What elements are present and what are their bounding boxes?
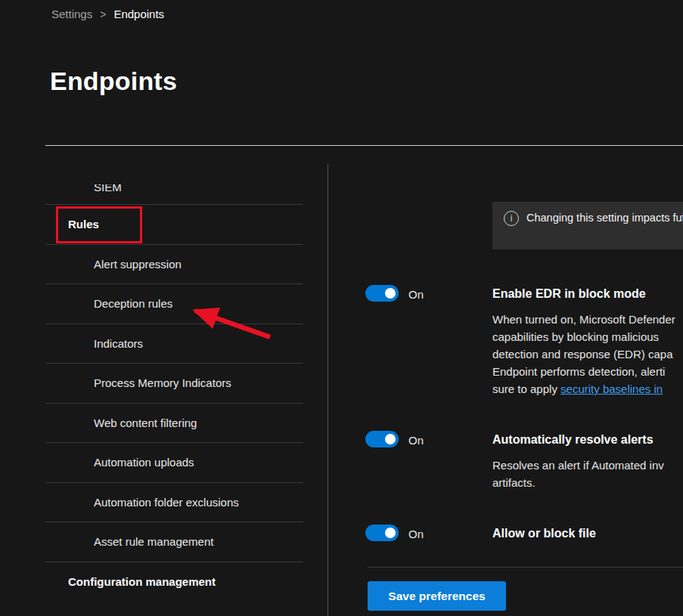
sidebar-item-label: Alert suppression [94,258,182,271]
sidebar-item-web-content-filtering[interactable]: Web content filtering [45,404,303,444]
description-line: capabilities by blocking malicious [492,328,683,345]
edr-toggle-state: On [408,288,424,301]
description-line: artifacts. [492,474,683,491]
allow-block-file-toggle[interactable] [365,525,399,541]
sidebar-section-label: Rules [68,218,99,231]
info-icon: i [504,211,519,226]
toggle-knob [385,434,396,444]
description-line: detection and response (EDR) capa [492,345,683,363]
edr-setting-description: When turned on, Microsoft Defender capab… [492,311,683,398]
sidebar-item-deception-rules[interactable]: Deception rules [45,284,303,324]
info-banner: i Changing this setting impacts future [492,202,683,249]
info-banner-text: Changing this setting impacts future [526,211,683,225]
description-line: Resolves an alert if Automated inv [492,457,683,474]
footer-divider [368,567,683,568]
sidebar-item-label: Automation uploads [94,456,194,469]
edr-block-mode-toggle[interactable] [365,285,399,302]
sidebar-item-automation-uploads[interactable]: Automation uploads [45,443,303,483]
endpoints-settings-page: Settings > Endpoints Endpoints SIEM Rule… [0,0,683,616]
sidebar-item-label: Deception rules [94,297,172,310]
sidebar-section-rules[interactable]: Rules [45,205,303,245]
sidebar-item-indicators[interactable]: Indicators [45,324,303,364]
sidebar-section-configuration-management[interactable]: Configuration management [45,562,303,602]
description-line: When turned on, Microsoft Defender [492,311,683,328]
sidebar-item-process-memory-indicators[interactable]: Process Memory Indicators [45,364,303,404]
description-line: Endpoint performs detection, alerti [492,363,683,380]
toggle-knob [385,288,396,299]
sidebar-item-label: Automation folder exclusions [94,496,239,509]
allow-block-setting-title: Allow or block file [492,527,683,540]
auto-resolve-toggle-state: On [408,434,424,447]
sidebar-item-label: Web content filtering [94,416,197,429]
sidebar-item-label: SIEM [94,184,303,193]
sidebar-section-label: Configuration management [68,575,216,588]
auto-resolve-setting-title: Automatically resolve alerts [492,433,683,447]
sidebar-item-alert-suppression[interactable]: Alert suppression [45,245,303,285]
sidebar-item-automation-folder-exclusions[interactable]: Automation folder exclusions [45,483,303,523]
toggle-knob [385,528,396,538]
chevron-right-icon: > [100,8,106,20]
sidebar-content-divider [328,164,328,616]
sidebar-item-label: Process Memory Indicators [94,376,231,389]
settings-nav-sidebar: SIEM Rules Alert suppression Deception r… [45,164,303,602]
sidebar-item-label: Asset rule management [94,535,213,548]
description-line-prefix: sure to apply [492,382,560,395]
security-baselines-link[interactable]: security baselines in [560,382,663,395]
allow-block-toggle-state: On [408,528,424,540]
breadcrumb-current: Endpoints [113,8,164,20]
auto-resolve-setting-description: Resolves an alert if Automated inv artif… [492,457,683,491]
breadcrumb: Settings > Endpoints [51,8,164,20]
description-line: sure to apply security baselines in [492,380,683,398]
sidebar-top-spacer [45,164,303,184]
page-title: Endpoints [50,67,177,96]
edr-setting-title: Enable EDR in block mode [492,287,683,301]
breadcrumb-settings-link[interactable]: Settings [51,8,92,20]
header-rule [45,145,683,146]
save-preferences-button[interactable]: Save preferences [368,581,506,611]
sidebar-item-asset-rule-management[interactable]: Asset rule management [45,522,303,562]
sidebar-item-label: Indicators [94,337,143,350]
auto-resolve-alerts-toggle[interactable] [365,431,399,447]
sidebar-item-siem[interactable]: SIEM [45,184,303,205]
